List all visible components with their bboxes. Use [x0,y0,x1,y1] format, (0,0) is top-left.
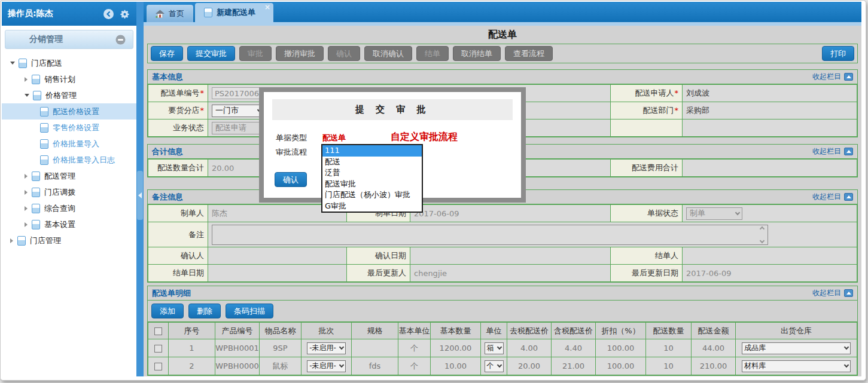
flow-option[interactable]: 配送 [322,157,422,168]
column-header: 含税配送价 [552,323,596,339]
sidebar-item-sales-plan[interactable]: 销售计划 [2,71,136,87]
gear-icon[interactable] [119,8,130,20]
flow-option[interactable]: 配送审批 [322,179,422,190]
collapse-label: 收起栏目 [812,72,841,82]
save-button[interactable]: 保存 [151,46,183,61]
sidebar-item-price-batch-import-log[interactable]: 价格批量导入日志 [2,152,136,168]
sidebar-item-price-management[interactable]: 价格管理 [2,87,136,103]
batch-select[interactable]: -未启用- [307,360,346,372]
doc-status-select[interactable]: 制单 [686,207,742,220]
delete-row-button[interactable]: 删除 [188,304,221,318]
collapsed-triangle-icon[interactable] [25,174,28,179]
sidebar-item-store-delivery[interactable]: 门店配送 [2,55,136,71]
tab-new-delivery-order[interactable]: 新建配送单 × [195,3,273,22]
cell-spec: fds [352,357,398,375]
sidebar-item-delivery-management[interactable]: 配送管理 [2,168,136,184]
print-button[interactable]: 打印 [822,46,854,61]
table-row: 1 WPBH0001 9SP -未启用- 个 1200.00 箱 4.00 4.… [148,339,857,357]
approve-button[interactable]: 审批 [239,46,272,61]
cell-price-ex: 20.00 [507,357,552,375]
sidebar-item-retail-price-setting[interactable]: 零售价格设置 [2,120,136,136]
dialog-confirm-button[interactable]: 确认 [275,172,307,187]
sidebar-collapse-handle[interactable] [137,171,143,220]
cancel-close-order-button[interactable]: 取消结单 [453,46,501,61]
sidebar-item-store-allocation[interactable]: 门店调拨 [2,184,136,200]
total-qty-label: 配送数量合计 [148,160,208,177]
tab-home[interactable]: 首页 [147,5,193,22]
sidebar-item-basic-settings[interactable]: 基本设置 [2,216,136,232]
doc-status-label: 单据状态 [611,205,683,222]
panel-collapse-icon[interactable] [115,35,126,45]
tree-item-label: 基本设置 [44,219,75,230]
collapse-section-button[interactable]: 收起栏目 [812,192,853,202]
column-header: 单位 [481,323,507,339]
cell-discount: 100.00 [596,357,646,375]
sidebar-splitter[interactable] [136,2,144,376]
select-all-checkbox[interactable] [154,327,162,335]
tab-home-label: 首页 [169,8,184,19]
cell-price-inc: 4.40 [552,339,596,357]
approval-flow-listbox[interactable]: 111 配送 泛普 配送审批 门店配送（杨小波）审批 G审批 [321,144,423,213]
document-icon [40,139,48,149]
collapse-section-button[interactable]: 收起栏目 [812,288,853,298]
column-header: 规格 [352,323,398,339]
flow-option[interactable]: G审批 [322,201,422,212]
sidebar-item-price-batch-import[interactable]: 价格批量导入 [2,136,136,152]
remark-textarea[interactable] [212,225,768,245]
collapsed-triangle-icon[interactable] [10,238,13,243]
cell-seq: 1 [169,339,215,357]
empty-value-cell [683,120,857,137]
chevron-down-icon [497,363,501,367]
cell-price-ex: 4.00 [507,339,552,357]
row-checkbox[interactable] [154,345,162,353]
revoke-approval-button[interactable]: 撤消审批 [276,46,324,61]
submit-approval-dialog: 提 交 审 批 单据类型 配送单 自定义审批流程 审批流程 111 配送 泛普 … [259,87,526,203]
sidebar-item-comprehensive-query[interactable]: 综合查询 [2,200,136,216]
batch-select[interactable]: -未启用- [307,342,346,354]
barcode-scan-button[interactable]: 条码扫描 [226,304,273,318]
expand-triangle-icon[interactable] [25,94,29,97]
submit-approval-button[interactable]: 提交审批 [187,46,235,61]
textarea-scroll-arrows[interactable] [757,226,767,244]
collapse-section-button[interactable]: 收起栏目 [812,146,853,157]
chevron-down-icon [339,363,344,367]
warehouse-select[interactable]: 成品库 [742,342,851,354]
app-window: 操作员:陈杰 分销管理 门店配送 销售计划 价格管理 配送价格设置 零售价格设置… [0,0,866,381]
document-icon [32,188,40,197]
close-order-button[interactable]: 结单 [416,46,449,61]
confirm-button[interactable]: 确认 [328,46,360,61]
chevron-down-icon [497,345,501,350]
document-icon [40,123,48,133]
section-detail: 配送单明细 收起栏目 添加 删除 条码扫描 [147,286,858,376]
confirm-date-label: 确认日期 [347,247,410,265]
add-row-button[interactable]: 添加 [151,304,184,318]
section-remarks: 备注信息 收起栏目 制单人 陈杰 制单日期 2017-06-09 单据状态 制单 [147,189,858,283]
expand-triangle-icon[interactable] [10,62,15,65]
unit-select[interactable]: 箱 [485,342,504,354]
collapsed-triangle-icon[interactable] [25,77,28,82]
flow-option[interactable]: 门店配送（杨小波）审批 [322,189,422,201]
tree-item-label: 综合查询 [44,203,75,214]
tab-close-icon[interactable]: × [264,3,270,11]
document-icon [40,155,48,165]
sidebar-item-delivery-price-setting[interactable]: 配送价格设置 [2,103,136,120]
collapsed-triangle-icon[interactable] [25,222,28,227]
flow-option-selected[interactable]: 111 [322,145,422,157]
collapsed-triangle-icon[interactable] [25,206,28,211]
section-title: 基本信息 [152,72,812,82]
unit-select[interactable]: 个 [485,360,504,372]
view-flow-button[interactable]: 查看流程 [505,46,553,61]
collapse-section-button[interactable]: 收起栏目 [812,72,853,82]
total-fee-value [683,160,857,177]
back-circle-icon[interactable] [103,8,114,20]
panel-title-bar[interactable]: 分销管理 [5,30,133,49]
row-checkbox[interactable] [154,363,162,370]
cancel-confirm-button[interactable]: 取消确认 [364,46,412,61]
dept-value: 采购部 [683,102,857,120]
sidebar-item-store-management[interactable]: 门店管理 [2,232,136,249]
cell-qty: 10 [646,339,692,357]
branch-select[interactable]: 一门市 [212,105,264,117]
warehouse-select[interactable]: 材料库 [742,360,851,372]
collapsed-triangle-icon[interactable] [25,190,28,195]
flow-option[interactable]: 泛普 [322,167,422,179]
